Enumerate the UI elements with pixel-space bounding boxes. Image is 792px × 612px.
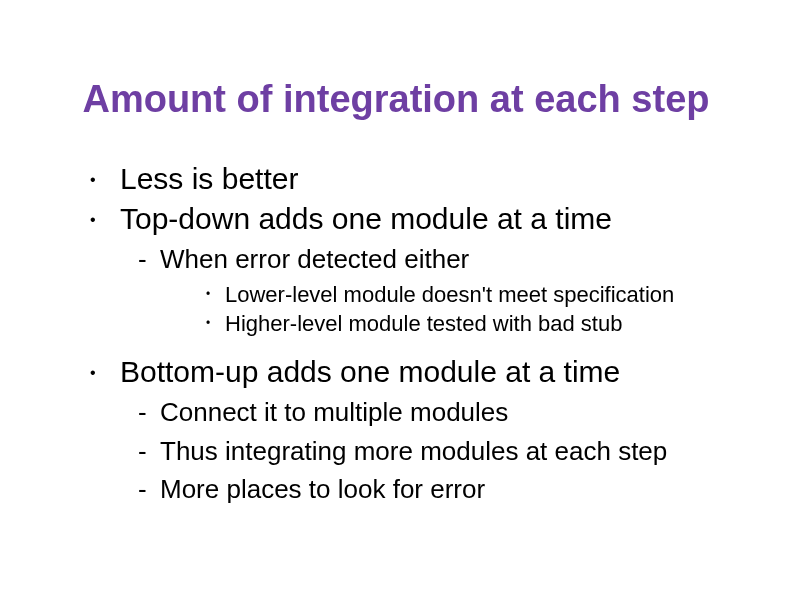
bullet-level1: Top-down adds one module at a time <box>90 200 732 238</box>
bullet-level2: Thus integrating more modules at each st… <box>90 435 732 468</box>
slide: Amount of integration at each step Less … <box>0 0 792 612</box>
bullet-level1: Less is better <box>90 160 732 198</box>
bullet-level3: Lower-level module doesn't meet specific… <box>90 280 732 310</box>
bullet-level2: When error detected either <box>90 243 732 276</box>
bullet-level1: Bottom-up adds one module at a time <box>90 353 732 391</box>
slide-title: Amount of integration at each step <box>0 78 792 121</box>
bullet-level2: More places to look for error <box>90 473 732 506</box>
slide-body: Less is better Top-down adds one module … <box>90 160 732 510</box>
bullet-level3: Higher-level module tested with bad stub <box>90 309 732 339</box>
bullet-level2: Connect it to multiple modules <box>90 396 732 429</box>
